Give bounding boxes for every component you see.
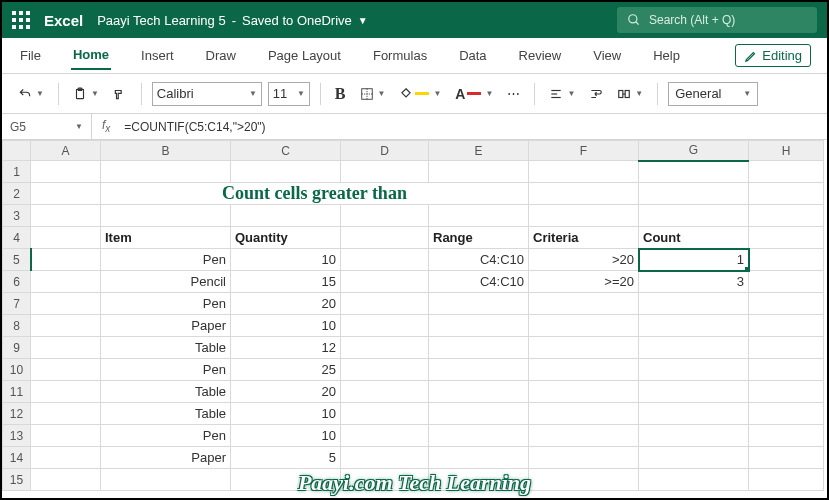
cell[interactable]: 20 <box>231 293 341 315</box>
format-painter-button[interactable] <box>109 84 131 104</box>
cell[interactable]: Item <box>101 227 231 249</box>
fx-icon[interactable]: fx <box>92 118 120 134</box>
formula-input[interactable]: =COUNTIF(C5:C14,">20") <box>120 120 827 134</box>
row-header[interactable]: 10 <box>3 359 31 381</box>
cell[interactable]: 10 <box>231 249 341 271</box>
svg-point-0 <box>629 15 637 23</box>
cell[interactable]: 25 <box>231 359 341 381</box>
undo-button[interactable]: ▼ <box>14 84 48 104</box>
row-header[interactable]: 1 <box>3 161 31 183</box>
col-header[interactable]: G <box>639 141 749 161</box>
row-header[interactable]: 9 <box>3 337 31 359</box>
cell[interactable]: Quantity <box>231 227 341 249</box>
cell[interactable]: Range <box>429 227 529 249</box>
cell[interactable]: 15 <box>231 271 341 293</box>
app-name: Excel <box>44 12 83 29</box>
tab-file[interactable]: File <box>18 42 43 69</box>
cell[interactable]: Pen <box>101 359 231 381</box>
row-header[interactable]: 6 <box>3 271 31 293</box>
search-icon <box>627 13 641 27</box>
row-header[interactable]: 14 <box>3 447 31 469</box>
paste-button[interactable]: ▼ <box>69 84 103 104</box>
svg-rect-11 <box>625 90 629 97</box>
row-header[interactable]: 5 <box>3 249 31 271</box>
cell[interactable]: Table <box>101 403 231 425</box>
tab-page-layout[interactable]: Page Layout <box>266 42 343 69</box>
menu-bar: File Home Insert Draw Page Layout Formul… <box>2 38 827 74</box>
chevron-down-icon: ▼ <box>358 15 368 26</box>
tab-review[interactable]: Review <box>517 42 564 69</box>
document-title[interactable]: Paayi Tech Learning 5 - Saved to OneDriv… <box>97 13 368 28</box>
cell[interactable]: Paper <box>101 447 231 469</box>
row-header[interactable]: 7 <box>3 293 31 315</box>
tab-view[interactable]: View <box>591 42 623 69</box>
col-header[interactable]: D <box>341 141 429 161</box>
cell[interactable]: 10 <box>231 425 341 447</box>
col-header[interactable]: A <box>31 141 101 161</box>
select-all-corner[interactable] <box>3 141 31 161</box>
tab-data[interactable]: Data <box>457 42 488 69</box>
tab-formulas[interactable]: Formulas <box>371 42 429 69</box>
tab-insert[interactable]: Insert <box>139 42 176 69</box>
formula-bar: G5▼ fx =COUNTIF(C5:C14,">20") <box>2 114 827 140</box>
cell[interactable]: 12 <box>231 337 341 359</box>
name-box[interactable]: G5▼ <box>2 114 92 139</box>
wrap-text-button[interactable] <box>585 84 607 104</box>
col-header[interactable]: H <box>749 141 824 161</box>
row-header[interactable]: 3 <box>3 205 31 227</box>
cell[interactable]: 10 <box>231 315 341 337</box>
selected-cell[interactable]: 1 <box>639 249 749 271</box>
align-button[interactable]: ▼ <box>545 84 579 104</box>
fill-color-button[interactable]: ▼ <box>395 84 445 104</box>
svg-rect-10 <box>619 90 623 97</box>
watermark: Paayi.com Tech Learning <box>2 470 827 496</box>
cell[interactable]: Paper <box>101 315 231 337</box>
row-header[interactable]: 11 <box>3 381 31 403</box>
cell[interactable]: Pen <box>101 249 231 271</box>
col-header[interactable]: F <box>529 141 639 161</box>
font-color-button[interactable]: A▼ <box>451 83 497 105</box>
row-header[interactable]: 4 <box>3 227 31 249</box>
cell[interactable]: C4:C10 <box>429 271 529 293</box>
pencil-icon <box>744 49 758 63</box>
cell[interactable]: Count <box>639 227 749 249</box>
row-header[interactable]: 13 <box>3 425 31 447</box>
row-header[interactable]: 8 <box>3 315 31 337</box>
number-format-selector[interactable]: General▼ <box>668 82 758 106</box>
svg-line-1 <box>636 22 639 25</box>
editing-mode-button[interactable]: Editing <box>735 44 811 67</box>
row-header[interactable]: 2 <box>3 183 31 205</box>
font-size-selector[interactable]: 11▼ <box>268 82 310 106</box>
col-header[interactable]: C <box>231 141 341 161</box>
search-input[interactable]: Search (Alt + Q) <box>617 7 817 33</box>
col-header[interactable]: E <box>429 141 529 161</box>
cell[interactable]: 5 <box>231 447 341 469</box>
cell[interactable]: 20 <box>231 381 341 403</box>
col-header[interactable]: B <box>101 141 231 161</box>
row-header[interactable]: 12 <box>3 403 31 425</box>
merge-button[interactable]: ▼ <box>613 84 647 104</box>
cell[interactable]: >20 <box>529 249 639 271</box>
cell[interactable]: Pen <box>101 425 231 447</box>
spreadsheet-grid[interactable]: A B C D E F G H 1 2Count cells greater t… <box>2 140 827 491</box>
title-bar: Excel Paayi Tech Learning 5 - Saved to O… <box>2 2 827 38</box>
more-font-button[interactable]: ⋯ <box>503 83 524 104</box>
app-launcher-icon[interactable] <box>12 11 30 29</box>
tab-help[interactable]: Help <box>651 42 682 69</box>
cell[interactable]: Table <box>101 381 231 403</box>
cell[interactable]: Pencil <box>101 271 231 293</box>
cell[interactable]: 10 <box>231 403 341 425</box>
cell[interactable]: >=20 <box>529 271 639 293</box>
tab-home[interactable]: Home <box>71 41 111 70</box>
tab-draw[interactable]: Draw <box>204 42 238 69</box>
cell[interactable]: Pen <box>101 293 231 315</box>
sheet-title[interactable]: Count cells greater than <box>101 183 529 205</box>
cell[interactable]: 3 <box>639 271 749 293</box>
bold-button[interactable]: B <box>331 82 350 106</box>
cell[interactable]: Table <box>101 337 231 359</box>
cell[interactable]: C4:C10 <box>429 249 529 271</box>
borders-button[interactable]: ▼ <box>356 84 390 104</box>
font-selector[interactable]: Calibri▼ <box>152 82 262 106</box>
toolbar: ▼ ▼ Calibri▼ 11▼ B ▼ ▼ A▼ ⋯ ▼ ▼ General▼ <box>2 74 827 114</box>
cell[interactable]: Criteria <box>529 227 639 249</box>
